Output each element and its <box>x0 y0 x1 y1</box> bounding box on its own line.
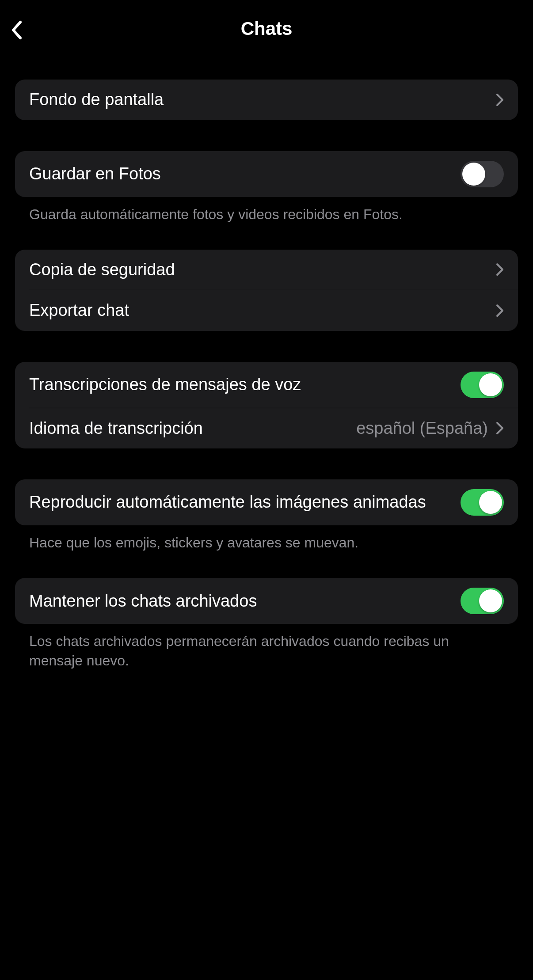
toggle-knob <box>462 163 485 186</box>
chevron-right-icon <box>496 304 504 317</box>
row-label: Reproducir automáticamente las imágenes … <box>29 492 461 513</box>
page-title: Chats <box>9 18 524 39</box>
row-label: Copia de seguridad <box>29 259 496 281</box>
section-autoplay: Reproducir automáticamente las imágenes … <box>15 479 518 525</box>
row-right <box>496 93 504 106</box>
footer-keep-archived: Los chats archivados permanecerán archiv… <box>15 624 518 670</box>
toggle-knob <box>479 373 502 396</box>
row-export[interactable]: Exportar chat <box>15 290 518 331</box>
row-label: Idioma de transcripción <box>29 418 356 439</box>
chevron-left-icon <box>11 20 23 40</box>
row-label: Fondo de pantalla <box>29 89 496 110</box>
row-save-photos[interactable]: Guardar en Fotos <box>15 151 518 197</box>
row-transcription-language[interactable]: Idioma de transcripción español (España) <box>15 408 518 449</box>
chevron-right-icon <box>496 93 504 106</box>
toggle-keep-archived[interactable] <box>461 588 504 614</box>
footer-save-photos: Guarda automáticamente fotos y videos re… <box>15 197 518 224</box>
row-autoplay[interactable]: Reproducir automáticamente las imágenes … <box>15 479 518 525</box>
toggle-knob <box>479 589 502 612</box>
section-keep-archived: Mantener los chats archivados <box>15 578 518 624</box>
chevron-right-icon <box>496 422 504 435</box>
section-transcriptions: Transcripciones de mensajes de voz Idiom… <box>15 362 518 449</box>
chevron-right-icon <box>496 263 504 276</box>
row-label: Transcripciones de mensajes de voz <box>29 374 461 395</box>
header: Chats <box>0 0 533 57</box>
toggle-knob <box>479 491 502 514</box>
row-label: Exportar chat <box>29 300 496 321</box>
row-label: Guardar en Fotos <box>29 163 461 185</box>
row-right: español (España) <box>356 419 504 438</box>
content: Fondo de pantalla Guardar en Fotos Guard… <box>0 57 533 670</box>
back-button[interactable] <box>8 21 26 39</box>
section-backup-export: Copia de seguridad Exportar chat <box>15 250 518 331</box>
row-transcriptions[interactable]: Transcripciones de mensajes de voz <box>15 362 518 408</box>
row-value: español (España) <box>356 419 488 438</box>
section-wallpaper: Fondo de pantalla <box>15 80 518 120</box>
row-label: Mantener los chats archivados <box>29 591 461 612</box>
toggle-autoplay[interactable] <box>461 489 504 516</box>
footer-autoplay: Hace que los emojis, stickers y avatares… <box>15 525 518 552</box>
row-backup[interactable]: Copia de seguridad <box>15 250 518 290</box>
toggle-save-photos[interactable] <box>461 161 504 187</box>
row-right <box>496 304 504 317</box>
section-save-photos: Guardar en Fotos <box>15 151 518 197</box>
row-right <box>496 263 504 276</box>
row-keep-archived[interactable]: Mantener los chats archivados <box>15 578 518 624</box>
row-wallpaper[interactable]: Fondo de pantalla <box>15 80 518 120</box>
toggle-transcriptions[interactable] <box>461 372 504 398</box>
